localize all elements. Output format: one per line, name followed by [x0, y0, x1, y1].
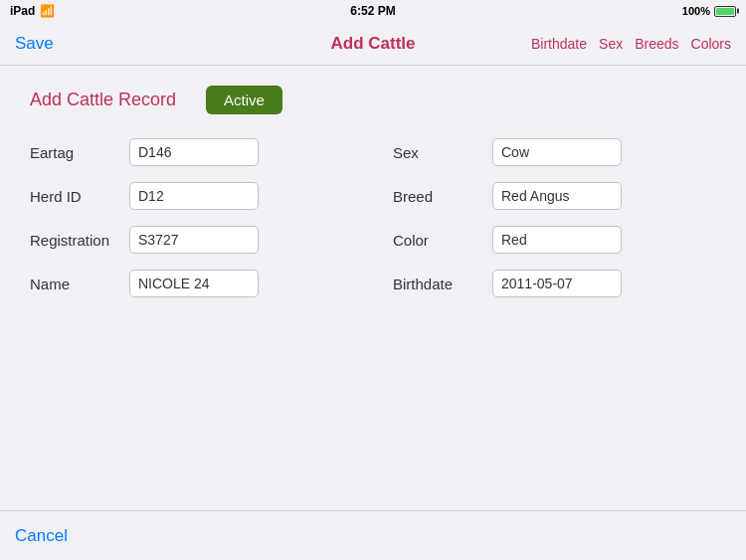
- form-row-herdid: Herd ID: [30, 182, 353, 210]
- input-name[interactable]: [129, 270, 259, 297]
- input-eartag[interactable]: [129, 138, 259, 166]
- nav-bar: Save Add Cattle Birthdate Sex Breeds Col…: [0, 22, 746, 66]
- input-registration[interactable]: [129, 226, 259, 254]
- nav-right-links: Birthdate Sex Breeds Colors: [531, 36, 731, 52]
- status-time: 6:52 PM: [350, 4, 395, 18]
- label-name: Name: [30, 276, 129, 292]
- status-bar: iPad 📶 6:52 PM 100%: [0, 0, 746, 22]
- input-herdid[interactable]: [129, 182, 259, 210]
- form-row-eartag: Eartag: [30, 138, 353, 166]
- label-eartag: Eartag: [30, 144, 129, 161]
- label-registration: Registration: [30, 232, 129, 249]
- input-color[interactable]: [492, 226, 622, 254]
- label-herdid: Herd ID: [30, 188, 129, 205]
- status-right: 100%: [682, 5, 736, 17]
- bottom-bar: Cancel: [0, 510, 746, 560]
- label-breed: Breed: [393, 188, 492, 205]
- form-row-color: Color: [393, 226, 716, 254]
- form-row-registration: Registration: [30, 226, 353, 254]
- nav-link-colors[interactable]: Colors: [691, 36, 731, 52]
- form-row-birthdate: Birthdate: [393, 270, 716, 297]
- form-header: Add Cattle Record Active: [30, 86, 716, 114]
- nav-link-sex[interactable]: Sex: [599, 36, 623, 52]
- nav-link-birthdate[interactable]: Birthdate: [531, 36, 587, 52]
- form-grid: Eartag Herd ID Registration Name Sex: [30, 138, 716, 313]
- left-column: Eartag Herd ID Registration Name: [30, 138, 353, 313]
- label-birthdate: Birthdate: [393, 276, 492, 292]
- input-sex[interactable]: [492, 138, 622, 166]
- active-button[interactable]: Active: [206, 86, 282, 114]
- label-sex: Sex: [393, 144, 492, 161]
- form-row-sex: Sex: [393, 138, 716, 166]
- input-birthdate[interactable]: [492, 270, 622, 297]
- right-column: Sex Breed Color Birthdate: [393, 138, 716, 313]
- device-label: iPad: [10, 4, 35, 18]
- label-color: Color: [393, 232, 492, 249]
- battery-percent: 100%: [682, 5, 710, 17]
- wifi-icon: 📶: [40, 4, 55, 18]
- main-content: Add Cattle Record Active Eartag Herd ID …: [0, 66, 746, 333]
- battery-icon: [714, 6, 736, 17]
- status-left: iPad 📶: [10, 4, 55, 18]
- form-title: Add Cattle Record: [30, 90, 176, 110]
- nav-link-breeds[interactable]: Breeds: [635, 36, 678, 52]
- form-row-name: Name: [30, 270, 353, 297]
- nav-title: Add Cattle: [331, 34, 416, 54]
- cancel-button[interactable]: Cancel: [15, 526, 68, 546]
- input-breed[interactable]: [492, 182, 622, 210]
- form-row-breed: Breed: [393, 182, 716, 210]
- save-button[interactable]: Save: [15, 34, 54, 54]
